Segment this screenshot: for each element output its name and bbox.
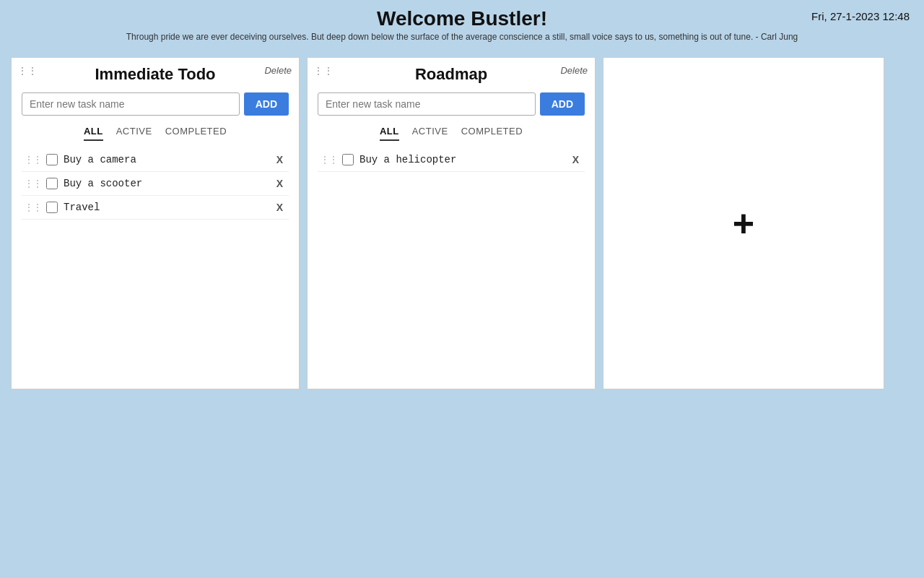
- plus-icon: +: [733, 204, 754, 242]
- task-label: Buy a helicopter: [359, 154, 570, 165]
- card-2-task-input[interactable]: [318, 92, 536, 116]
- task-checkbox-t4[interactable]: [342, 154, 354, 165]
- task-checkbox-t3[interactable]: [46, 202, 58, 213]
- task-label: Buy a scooter: [64, 178, 274, 189]
- task-drag-icon[interactable]: ⋮⋮: [25, 178, 42, 189]
- app-header: Welcome Bustler! Through pride we are ev…: [0, 0, 924, 46]
- card-2-title: Roadmap: [318, 65, 585, 84]
- card-1-task-list: ⋮⋮Buy a cameraX⋮⋮Buy a scooterX⋮⋮TravelX: [22, 148, 289, 220]
- todo-card-1: ⋮⋮DeleteImmediate TodoADDALLACTIVECOMPLE…: [11, 57, 300, 389]
- card-1-title: Immediate Todo: [22, 65, 289, 84]
- task-item: ⋮⋮Buy a scooterX: [22, 172, 289, 196]
- card-1-tabs: ALLACTIVECOMPLETED: [22, 126, 289, 141]
- task-drag-icon[interactable]: ⋮⋮: [321, 155, 338, 165]
- delete-card-1-button[interactable]: Delete: [264, 65, 292, 76]
- task-delete-t2-button[interactable]: X: [274, 178, 286, 189]
- task-label: Travel: [64, 202, 274, 213]
- task-delete-t1-button[interactable]: X: [274, 154, 286, 165]
- card-2-task-list: ⋮⋮Buy a helicopterX: [318, 148, 585, 172]
- task-delete-t3-button[interactable]: X: [274, 202, 286, 213]
- card-2-add-button[interactable]: ADD: [540, 92, 585, 116]
- task-delete-t4-button[interactable]: X: [570, 154, 582, 165]
- card-2-tab-active[interactable]: ACTIVE: [412, 126, 448, 141]
- task-item: ⋮⋮TravelX: [22, 196, 289, 220]
- card-2-tab-completed[interactable]: COMPLETED: [461, 126, 523, 141]
- card-1-add-button[interactable]: ADD: [244, 92, 289, 116]
- task-checkbox-t1[interactable]: [46, 154, 58, 165]
- card-2-tab-all[interactable]: ALL: [380, 126, 399, 141]
- main-area: ⋮⋮DeleteImmediate TodoADDALLACTIVECOMPLE…: [0, 46, 924, 393]
- header-quote: Through pride we are ever deceiving ours…: [14, 32, 910, 42]
- drag-handle-icon[interactable]: ⋮⋮: [17, 65, 38, 77]
- card-1-tab-active[interactable]: ACTIVE: [116, 126, 152, 141]
- todo-card-2: ⋮⋮DeleteRoadmapADDALLACTIVECOMPLETED⋮⋮Bu…: [307, 57, 596, 389]
- card-1-input-row: ADD: [22, 92, 289, 116]
- task-checkbox-t2[interactable]: [46, 178, 58, 189]
- add-new-card-button[interactable]: +: [603, 57, 884, 389]
- task-drag-icon[interactable]: ⋮⋮: [25, 155, 42, 165]
- card-1-tab-completed[interactable]: COMPLETED: [165, 126, 227, 141]
- card-1-task-input[interactable]: [22, 92, 240, 116]
- task-item: ⋮⋮Buy a helicopterX: [318, 148, 585, 172]
- task-drag-icon[interactable]: ⋮⋮: [25, 202, 42, 213]
- delete-card-2-button[interactable]: Delete: [560, 65, 588, 76]
- card-2-tabs: ALLACTIVECOMPLETED: [318, 126, 585, 141]
- card-2-input-row: ADD: [318, 92, 585, 116]
- app-title: Welcome Bustler!: [14, 7, 910, 30]
- task-item: ⋮⋮Buy a cameraX: [22, 148, 289, 172]
- card-1-tab-all[interactable]: ALL: [84, 126, 103, 141]
- header-datetime: Fri, 27-1-2023 12:48: [811, 10, 910, 22]
- drag-handle-icon[interactable]: ⋮⋮: [313, 65, 334, 77]
- task-label: Buy a camera: [64, 154, 274, 165]
